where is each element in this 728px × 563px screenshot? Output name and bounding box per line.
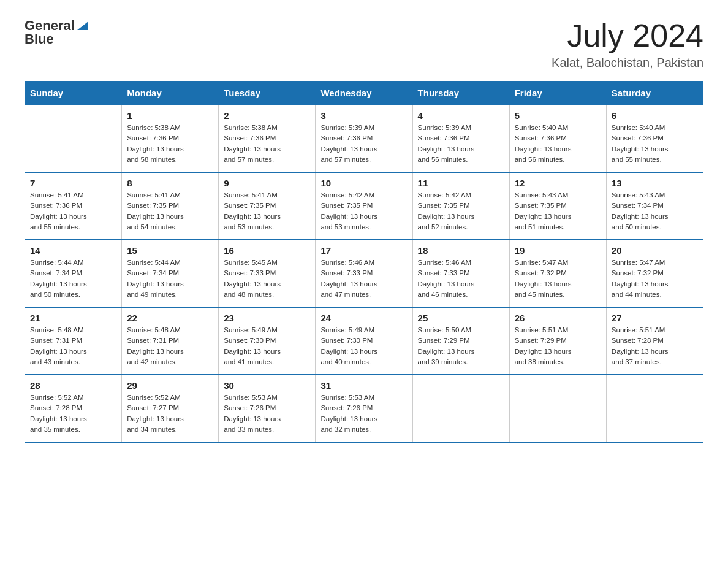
col-header-monday: Monday [122, 82, 219, 105]
logo-blue-text: Blue [25, 31, 54, 47]
day-info: Sunrise: 5:49 AM Sunset: 7:30 PM Dayligh… [224, 325, 310, 367]
day-info: Sunrise: 5:48 AM Sunset: 7:31 PM Dayligh… [127, 325, 213, 367]
calendar-cell: 15Sunrise: 5:44 AM Sunset: 7:34 PM Dayli… [122, 240, 219, 307]
calendar-cell: 2Sunrise: 5:38 AM Sunset: 7:36 PM Daylig… [219, 105, 316, 172]
day-number: 22 [127, 313, 213, 323]
day-number: 20 [612, 245, 698, 256]
day-number: 8 [127, 178, 213, 188]
svg-marker-0 [77, 21, 88, 30]
calendar-cell [509, 375, 606, 442]
calendar-cell: 31Sunrise: 5:53 AM Sunset: 7:26 PM Dayli… [316, 375, 412, 442]
day-info: Sunrise: 5:40 AM Sunset: 7:36 PM Dayligh… [515, 123, 601, 165]
calendar-cell: 20Sunrise: 5:47 AM Sunset: 7:32 PM Dayli… [606, 240, 703, 307]
day-number: 29 [127, 380, 213, 391]
calendar-cell: 27Sunrise: 5:51 AM Sunset: 7:28 PM Dayli… [606, 307, 703, 375]
calendar-cell: 21Sunrise: 5:48 AM Sunset: 7:31 PM Dayli… [25, 307, 122, 375]
day-number: 1 [127, 110, 213, 121]
calendar-cell: 17Sunrise: 5:46 AM Sunset: 7:33 PM Dayli… [316, 240, 412, 307]
day-number: 24 [320, 313, 407, 323]
day-info: Sunrise: 5:47 AM Sunset: 7:32 PM Dayligh… [612, 258, 698, 300]
day-number: 19 [515, 245, 601, 256]
day-number: 31 [320, 380, 407, 391]
day-number: 6 [612, 110, 698, 121]
calendar-cell: 30Sunrise: 5:53 AM Sunset: 7:26 PM Dayli… [219, 375, 316, 442]
calendar-cell: 24Sunrise: 5:49 AM Sunset: 7:30 PM Dayli… [316, 307, 412, 375]
day-number: 30 [224, 380, 310, 391]
calendar-cell: 10Sunrise: 5:42 AM Sunset: 7:35 PM Dayli… [316, 172, 412, 240]
day-number: 17 [320, 245, 407, 256]
day-number: 15 [127, 245, 213, 256]
calendar-cell: 6Sunrise: 5:40 AM Sunset: 7:36 PM Daylig… [606, 105, 703, 172]
day-info: Sunrise: 5:41 AM Sunset: 7:35 PM Dayligh… [224, 190, 310, 232]
day-info: Sunrise: 5:46 AM Sunset: 7:33 PM Dayligh… [320, 258, 407, 300]
col-header-sunday: Sunday [25, 82, 122, 105]
day-info: Sunrise: 5:52 AM Sunset: 7:28 PM Dayligh… [30, 393, 116, 435]
calendar-cell: 22Sunrise: 5:48 AM Sunset: 7:31 PM Dayli… [122, 307, 219, 375]
day-number: 3 [320, 110, 407, 121]
month-title: July 2024 [552, 18, 703, 53]
day-info: Sunrise: 5:39 AM Sunset: 7:36 PM Dayligh… [418, 123, 504, 165]
day-number: 2 [224, 110, 310, 121]
col-header-saturday: Saturday [606, 82, 703, 105]
day-number: 18 [418, 245, 504, 256]
logo: General Blue [25, 18, 89, 47]
calendar-cell: 28Sunrise: 5:52 AM Sunset: 7:28 PM Dayli… [25, 375, 122, 442]
calendar-cell [412, 375, 509, 442]
calendar-cell: 11Sunrise: 5:42 AM Sunset: 7:35 PM Dayli… [412, 172, 509, 240]
title-area: July 2024 Kalat, Balochistan, Pakistan [552, 18, 703, 70]
day-number: 12 [515, 178, 601, 188]
calendar-cell [25, 105, 122, 172]
day-info: Sunrise: 5:44 AM Sunset: 7:34 PM Dayligh… [30, 258, 116, 300]
day-info: Sunrise: 5:53 AM Sunset: 7:26 PM Dayligh… [224, 393, 310, 435]
calendar-cell: 1Sunrise: 5:38 AM Sunset: 7:36 PM Daylig… [122, 105, 219, 172]
day-number: 16 [224, 245, 310, 256]
calendar-cell: 7Sunrise: 5:41 AM Sunset: 7:36 PM Daylig… [25, 172, 122, 240]
calendar-table: SundayMondayTuesdayWednesdayThursdayFrid… [25, 81, 703, 443]
day-info: Sunrise: 5:52 AM Sunset: 7:27 PM Dayligh… [127, 393, 213, 435]
day-info: Sunrise: 5:51 AM Sunset: 7:28 PM Dayligh… [612, 325, 698, 367]
day-info: Sunrise: 5:42 AM Sunset: 7:35 PM Dayligh… [320, 190, 407, 232]
day-info: Sunrise: 5:40 AM Sunset: 7:36 PM Dayligh… [612, 123, 698, 165]
col-header-tuesday: Tuesday [219, 82, 316, 105]
day-info: Sunrise: 5:49 AM Sunset: 7:30 PM Dayligh… [320, 325, 407, 367]
day-number: 11 [418, 178, 504, 188]
calendar-week-row: 1Sunrise: 5:38 AM Sunset: 7:36 PM Daylig… [25, 105, 703, 172]
day-number: 27 [612, 313, 698, 323]
calendar-cell: 3Sunrise: 5:39 AM Sunset: 7:36 PM Daylig… [316, 105, 412, 172]
calendar-cell: 13Sunrise: 5:43 AM Sunset: 7:34 PM Dayli… [606, 172, 703, 240]
day-info: Sunrise: 5:53 AM Sunset: 7:26 PM Dayligh… [320, 393, 407, 435]
calendar-header-row: SundayMondayTuesdayWednesdayThursdayFrid… [25, 82, 703, 105]
calendar-cell: 16Sunrise: 5:45 AM Sunset: 7:33 PM Dayli… [219, 240, 316, 307]
calendar-cell: 29Sunrise: 5:52 AM Sunset: 7:27 PM Dayli… [122, 375, 219, 442]
day-number: 10 [320, 178, 407, 188]
calendar-cell: 14Sunrise: 5:44 AM Sunset: 7:34 PM Dayli… [25, 240, 122, 307]
day-info: Sunrise: 5:41 AM Sunset: 7:36 PM Dayligh… [30, 190, 116, 232]
day-number: 25 [418, 313, 504, 323]
calendar-week-row: 21Sunrise: 5:48 AM Sunset: 7:31 PM Dayli… [25, 307, 703, 375]
day-info: Sunrise: 5:51 AM Sunset: 7:29 PM Dayligh… [515, 325, 601, 367]
day-info: Sunrise: 5:47 AM Sunset: 7:32 PM Dayligh… [515, 258, 601, 300]
calendar-cell: 18Sunrise: 5:46 AM Sunset: 7:33 PM Dayli… [412, 240, 509, 307]
day-number: 26 [515, 313, 601, 323]
day-number: 21 [30, 313, 116, 323]
day-info: Sunrise: 5:50 AM Sunset: 7:29 PM Dayligh… [418, 325, 504, 367]
calendar-cell: 9Sunrise: 5:41 AM Sunset: 7:35 PM Daylig… [219, 172, 316, 240]
day-number: 14 [30, 245, 116, 256]
calendar-cell [606, 375, 703, 442]
day-info: Sunrise: 5:43 AM Sunset: 7:35 PM Dayligh… [515, 190, 601, 232]
day-info: Sunrise: 5:42 AM Sunset: 7:35 PM Dayligh… [418, 190, 504, 232]
day-info: Sunrise: 5:48 AM Sunset: 7:31 PM Dayligh… [30, 325, 116, 367]
day-info: Sunrise: 5:41 AM Sunset: 7:35 PM Dayligh… [127, 190, 213, 232]
day-info: Sunrise: 5:38 AM Sunset: 7:36 PM Dayligh… [224, 123, 310, 165]
logo-triangle-icon [76, 19, 89, 33]
day-number: 4 [418, 110, 504, 121]
col-header-friday: Friday [509, 82, 606, 105]
day-info: Sunrise: 5:43 AM Sunset: 7:34 PM Dayligh… [612, 190, 698, 232]
day-info: Sunrise: 5:46 AM Sunset: 7:33 PM Dayligh… [418, 258, 504, 300]
location-subtitle: Kalat, Balochistan, Pakistan [552, 56, 703, 70]
day-number: 5 [515, 110, 601, 121]
calendar-cell: 8Sunrise: 5:41 AM Sunset: 7:35 PM Daylig… [122, 172, 219, 240]
col-header-wednesday: Wednesday [316, 82, 412, 105]
calendar-cell: 4Sunrise: 5:39 AM Sunset: 7:36 PM Daylig… [412, 105, 509, 172]
calendar-cell: 25Sunrise: 5:50 AM Sunset: 7:29 PM Dayli… [412, 307, 509, 375]
